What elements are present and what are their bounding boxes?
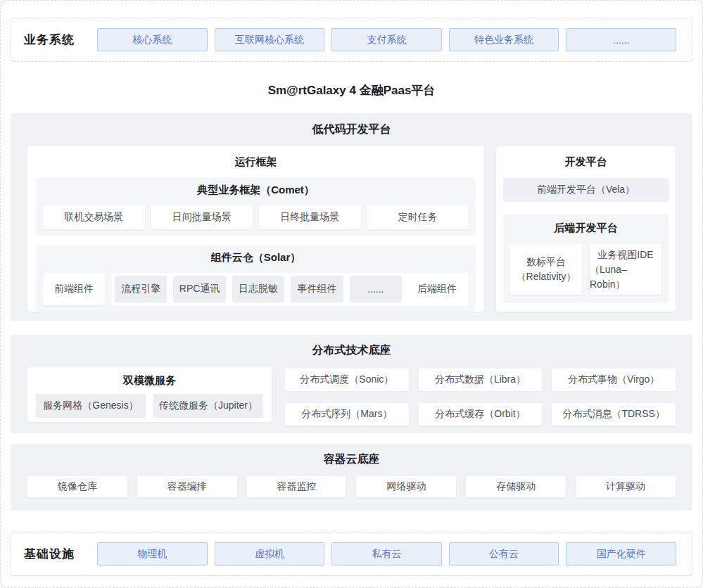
container-item-orchestration: 容器编排 xyxy=(137,476,237,497)
frontend-dev-platform-vela: 前端开发平台（Vela） xyxy=(503,178,669,202)
solar-item-rpc: RPC通讯 xyxy=(173,276,225,302)
dist-service-virgo: 分布式事物（Virgo） xyxy=(552,369,676,391)
business-systems-label: 业务系统 xyxy=(24,32,97,48)
dev-platform-title: 开发平台 xyxy=(503,155,669,169)
dist-service-sonic: 分布式调度（Sonic） xyxy=(285,369,409,391)
backend-item-luna-robin: 业务视图IDE （Luna–Robin） xyxy=(590,244,661,295)
solar-frontend-components: 前端组件 xyxy=(43,273,105,305)
runtime-framework-title: 运行框架 xyxy=(36,155,476,169)
comet-items: 联机交易场景 日间批量场景 日终批量场景 定时任务 xyxy=(43,205,469,229)
solar-middle-strip: 流程引擎 RPC通讯 日志脱敏 事件组件 ...... 后端组件 xyxy=(112,273,469,305)
business-system-payment: 支付系统 xyxy=(331,28,442,51)
backend-dev-title: 后端开发平台 xyxy=(510,222,661,235)
backend-dev-items: 数标平台 （Relativity） 业务视图IDE （Luna–Robin） xyxy=(510,244,661,295)
dual-mode-items: 服务网格（Genesis） 传统微服务（Jupiter） xyxy=(36,394,263,418)
infra-item-domestic-hardware: 国产化硬件 xyxy=(566,542,676,565)
distributed-body: 双模微服务 服务网格（Genesis） 传统微服务（Jupiter） 分布式调度… xyxy=(27,367,676,426)
backend-item-relativity: 数标平台 （Relativity） xyxy=(510,244,582,295)
lowcode-section-title: 低代码开发平台 xyxy=(27,122,676,137)
container-cloud-section: 容器云底座 镜像仓库 容器编排 容器监控 网络驱动 存储驱动 计算驱动 xyxy=(11,444,692,511)
container-item-network-driver: 网络驱动 xyxy=(356,476,456,497)
comet-item-intraday-batch: 日间批量场景 xyxy=(151,205,253,229)
infrastructure-row: 基础设施 物理机 虚拟机 私有云 公有云 国产化硬件 xyxy=(11,532,692,576)
infra-item-public-cloud: 公有云 xyxy=(449,542,559,565)
business-system-more: ...... xyxy=(566,28,676,51)
business-system-internet-core: 互联网核心系统 xyxy=(215,28,325,51)
dist-service-orbit: 分布式缓存（Orbit） xyxy=(419,403,543,426)
dist-service-mars: 分布式序列（Mars） xyxy=(285,403,409,426)
distributed-section: 分布式技术底座 双模微服务 服务网格（Genesis） 传统微服务（Jupite… xyxy=(11,335,692,433)
business-system-core: 核心系统 xyxy=(97,28,208,51)
solar-item-event-components: 事件组件 xyxy=(291,276,343,302)
business-systems-items: 核心系统 互联网核心系统 支付系统 特色业务系统 ...... xyxy=(97,28,676,51)
lowcode-body: 运行框架 典型业务框架（Comet） 联机交易场景 日间批量场景 日终批量场景 … xyxy=(27,146,676,312)
platform-title: Sm@rtGalaxy 4 金融Paas平台 xyxy=(1,82,702,98)
container-item-image-registry: 镜像仓库 xyxy=(27,476,127,497)
solar-subcard: 组件云仓（Solar） 前端组件 流程引擎 RPC通讯 日志脱敏 事件组件 ..… xyxy=(36,245,476,311)
backend-item-relativity-code: （Relativity） xyxy=(517,269,576,284)
backend-item-relativity-name: 数标平台 xyxy=(526,255,566,269)
container-item-compute-driver: 计算驱动 xyxy=(576,476,676,497)
backend-dev-subcard: 后端开发平台 数标平台 （Relativity） 业务视图IDE （Luna–R… xyxy=(503,214,669,303)
dual-mode-genesis: 服务网格（Genesis） xyxy=(36,394,146,418)
infrastructure-items: 物理机 虚拟机 私有云 公有云 国产化硬件 xyxy=(97,542,676,565)
distributed-services-grid: 分布式调度（Sonic） 分布式数据（Libra） 分布式事物（Virgo） 分… xyxy=(285,367,676,426)
lowcode-section: 低代码开发平台 运行框架 典型业务框架（Comet） 联机交易场景 日间批量场景… xyxy=(11,113,692,321)
solar-items: 前端组件 流程引擎 RPC通讯 日志脱敏 事件组件 ...... 后端组件 xyxy=(43,273,469,305)
solar-title: 组件云仓（Solar） xyxy=(43,251,469,264)
business-systems-row: 业务系统 核心系统 互联网核心系统 支付系统 特色业务系统 ...... xyxy=(11,18,692,62)
solar-item-log-masking: 日志脱敏 xyxy=(232,276,284,302)
dist-service-tdrss: 分布式消息（TDRSS） xyxy=(552,403,676,426)
runtime-framework-card: 运行框架 典型业务框架（Comet） 联机交易场景 日间批量场景 日终批量场景 … xyxy=(27,146,484,312)
container-cloud-title: 容器云底座 xyxy=(27,452,676,467)
infra-item-virtual-machine: 虚拟机 xyxy=(215,542,325,565)
dev-platform-card: 开发平台 前端开发平台（Vela） 后端开发平台 数标平台 （Relativit… xyxy=(496,146,676,312)
dual-mode-microservice-card: 双模微服务 服务网格（Genesis） 传统微服务（Jupiter） xyxy=(27,367,272,422)
infrastructure-label: 基础设施 xyxy=(24,546,97,562)
dual-mode-title: 双模微服务 xyxy=(36,374,263,388)
comet-subcard: 典型业务框架（Comet） 联机交易场景 日间批量场景 日终批量场景 定时任务 xyxy=(36,177,476,236)
dual-mode-jupiter: 传统微服务（Jupiter） xyxy=(153,394,263,418)
comet-item-eod-batch: 日终批量场景 xyxy=(259,205,361,229)
business-system-special: 特色业务系统 xyxy=(449,28,559,51)
architecture-diagram-page: 业务系统 核心系统 互联网核心系统 支付系统 特色业务系统 ...... Sm@… xyxy=(0,0,703,588)
solar-backend-components: 后端组件 xyxy=(408,283,466,295)
comet-item-scheduled-task: 定时任务 xyxy=(367,205,469,229)
dist-service-libra: 分布式数据（Libra） xyxy=(419,369,543,391)
backend-item-luna-robin-name: 业务视图IDE xyxy=(597,248,653,262)
comet-title: 典型业务框架（Comet） xyxy=(43,184,469,197)
solar-item-more: ...... xyxy=(350,276,402,302)
infra-item-physical-machine: 物理机 xyxy=(97,542,208,565)
solar-item-process-engine: 流程引擎 xyxy=(115,276,167,302)
container-item-storage-driver: 存储驱动 xyxy=(466,476,566,497)
backend-item-luna-robin-code: （Luna–Robin） xyxy=(590,262,661,292)
distributed-section-title: 分布式技术底座 xyxy=(27,343,676,358)
container-cloud-items: 镜像仓库 容器编排 容器监控 网络驱动 存储驱动 计算驱动 xyxy=(27,476,676,497)
container-item-monitoring: 容器监控 xyxy=(247,476,347,497)
infra-item-private-cloud: 私有云 xyxy=(331,542,442,565)
comet-item-online-trading: 联机交易场景 xyxy=(43,205,145,229)
